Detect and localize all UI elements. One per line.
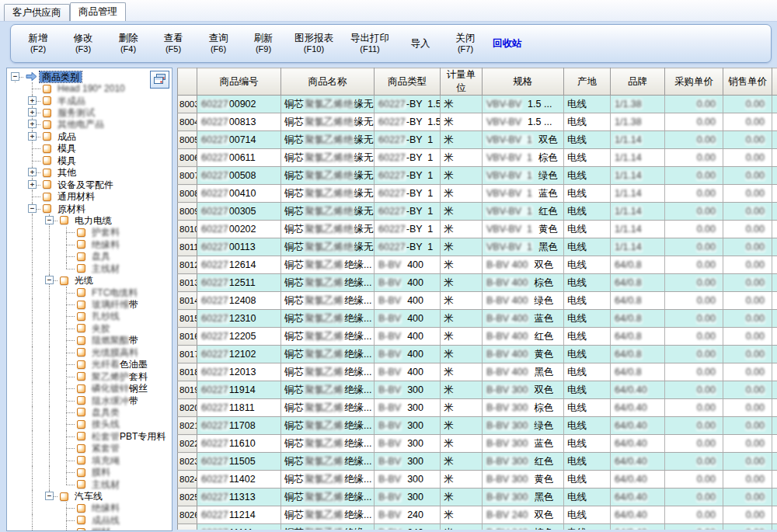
query-button[interactable]: 查询(F6) xyxy=(196,31,241,56)
table-row[interactable]: 80156022712310铜芯聚氯乙烯绝缘...B-BV 400米B-BV 4… xyxy=(178,310,777,328)
tree-node[interactable]: −电力电缆 xyxy=(7,214,172,226)
tree-expander-plus[interactable]: + xyxy=(28,108,37,116)
tree-node[interactable]: +成品 xyxy=(7,130,172,142)
tree-expander-minus[interactable]: − xyxy=(11,72,19,81)
tree-node[interactable]: 成品线 xyxy=(7,514,172,526)
table-row[interactable]: 80146022712408铜芯聚氯乙烯绝缘...B-BV 400米B-BV 4… xyxy=(178,292,777,310)
column-header-unit[interactable]: 计量单位 xyxy=(441,68,483,96)
table-row[interactable]: 80136022712511铜芯聚氯乙烯绝缘...B-BV 400米B-BV 4… xyxy=(178,274,777,292)
table-row[interactable]: 80246022711402铜芯聚氯乙烯绝缘...B-BV 300米B-BV 3… xyxy=(178,471,777,489)
tree-node[interactable]: 主线材 xyxy=(7,478,172,490)
tree-expander-plus[interactable]: + xyxy=(28,120,37,128)
column-header-name[interactable]: 商品名称 xyxy=(281,68,375,96)
tree-node[interactable]: 阻燃聚酯带 xyxy=(7,335,172,346)
tree-node[interactable]: 盘具类 xyxy=(7,406,172,418)
tree-node[interactable]: 铜材 xyxy=(7,527,172,531)
tree-node[interactable]: 护套料 xyxy=(7,227,172,238)
tree-node[interactable]: 绝缘料 xyxy=(7,502,172,514)
delete-button[interactable]: 删除(F4) xyxy=(106,31,151,56)
table-row[interactable]: 80086022700410铜芯聚氯乙烯绝缘无...60227-BY 1米VBV… xyxy=(178,185,777,203)
table-row[interactable]: 80066022700611铜芯聚氯乙烯绝缘无...60227-BY 1米VBV… xyxy=(178,149,777,167)
tree-node[interactable]: +服务测试 xyxy=(7,106,172,118)
tree-node[interactable]: +设备及零配件 xyxy=(7,179,172,190)
cell-filler xyxy=(772,274,777,292)
tree-node[interactable]: 松套管PBT专用料 xyxy=(7,430,172,442)
tree-node[interactable]: 模具 xyxy=(7,143,172,155)
tree-expander-minus[interactable]: − xyxy=(28,204,37,213)
chart-report-button[interactable]: 图形报表(F10) xyxy=(286,31,342,56)
tree-node[interactable]: 玻璃纤维带 xyxy=(7,298,172,310)
table-row[interactable]: 80196022711914铜芯聚氯乙烯绝缘...B-BV 300米B-BV 3… xyxy=(178,381,777,399)
close-button[interactable]: 关闭(F7) xyxy=(443,31,488,56)
tree-node[interactable]: 紧套管 xyxy=(7,443,172,454)
tree-guide xyxy=(7,346,24,358)
table-row[interactable]: 80106022700202铜芯聚氯乙烯绝缘无...60227-BY 1米VBV… xyxy=(178,221,777,238)
table-row[interactable]: 80186022712013铜芯聚氯乙烯绝缘...B-BV 400米B-BV 4… xyxy=(178,363,777,381)
tab-product-management[interactable]: 商品管理 xyxy=(70,2,126,21)
tree-node[interactable]: +半成品 xyxy=(7,95,172,106)
tree-node[interactable]: 模具 xyxy=(7,155,172,166)
collapse-tree-button[interactable] xyxy=(150,71,169,89)
modify-button[interactable]: 修改(F3) xyxy=(61,31,106,56)
tree-node[interactable]: 膜料 xyxy=(7,466,172,478)
recycle-bin-button[interactable]: 回收站 xyxy=(493,37,522,50)
tree-node[interactable]: 光缆膜高料 xyxy=(7,346,172,358)
tree-expander-minus[interactable]: − xyxy=(45,276,54,284)
tree-node[interactable]: 光纤着色油墨 xyxy=(7,359,172,370)
table-row[interactable]: 80236022711505铜芯聚氯乙烯绝缘...B-BV 300米B-BV 3… xyxy=(178,453,777,471)
table-row[interactable]: 80226022711610铜芯聚氯乙烯绝缘...B-BV 300米B-BV 3… xyxy=(178,435,777,453)
table-row[interactable]: 80256022711313铜芯聚氯乙烯绝缘...B-BV 300米B-BV 3… xyxy=(178,489,777,506)
tree-node[interactable]: 盘具 xyxy=(7,251,172,263)
tree-node[interactable]: 夹胶 xyxy=(7,322,172,334)
tree-node[interactable]: 磷化镀锌钢丝 xyxy=(7,382,172,394)
refresh-button[interactable]: 刷新(F9) xyxy=(241,31,286,56)
table-row[interactable]: 80266022711214铜芯聚氯乙烯绝缘...B-BV 240米B-BV 2… xyxy=(178,506,777,524)
tree-node[interactable]: −光缆 xyxy=(7,274,172,286)
table-row[interactable]: 80166022712205铜芯聚氯乙烯绝缘...B-BV 400米B-BV 4… xyxy=(178,328,777,346)
table-row[interactable]: 80076022700508铜芯聚氯乙烯绝缘无...60227-BY 1米VBV… xyxy=(178,167,777,185)
column-header-brand[interactable]: 品牌 xyxy=(611,68,665,96)
table-row[interactable]: 80276022711111铜芯聚氯乙烯绝缘...B-BV 240米B-BV 2… xyxy=(178,524,777,530)
tree-expander-plus[interactable]: + xyxy=(28,132,37,141)
table-row[interactable]: 80096022700305铜芯聚氯乙烯绝缘无...60227-BY 1米VBV… xyxy=(178,203,777,221)
column-header-sell[interactable]: 销售单价 xyxy=(723,68,772,96)
tree-expander-plus[interactable]: + xyxy=(28,180,37,189)
tree-node[interactable]: 扎纱线 xyxy=(7,311,172,322)
tree-node[interactable]: 接头线 xyxy=(7,419,172,430)
table-row[interactable]: 80216022711708铜芯聚氯乙烯绝缘...B-BV 300米B-BV 3… xyxy=(178,417,777,435)
table-row[interactable]: 80046022700813铜芯聚氯乙烯绝缘无...60227-BY 1.5米V… xyxy=(178,113,777,131)
tree-expander-plus[interactable]: + xyxy=(28,96,37,105)
tree-node[interactable]: 通用材料 xyxy=(7,190,172,202)
tab-customer-supplier[interactable]: 客户供应商 xyxy=(4,4,70,21)
table-row[interactable]: 80176022712102铜芯聚氯乙烯绝缘...B-BV 400米B-BV 4… xyxy=(178,346,777,363)
column-header-type[interactable]: 商品类型 xyxy=(375,68,441,96)
tree-node[interactable]: −原材料 xyxy=(7,203,172,214)
column-header-spec[interactable]: 规格 xyxy=(483,68,564,96)
column-header-origin[interactable]: 产地 xyxy=(564,68,611,96)
tree-node[interactable]: FTC电缆料 xyxy=(7,287,172,298)
tree-node[interactable]: 主线材 xyxy=(7,263,172,274)
tree-expander-minus[interactable]: − xyxy=(45,492,54,500)
tree-node[interactable]: 绝缘料 xyxy=(7,238,172,250)
column-header-code[interactable]: 商品编号 xyxy=(197,68,281,96)
table-row[interactable]: 80036022700902铜芯聚氯乙烯绝缘无...60227-BY 1.5米V… xyxy=(178,96,777,113)
export-print-button[interactable]: 导出打印(F11) xyxy=(342,31,398,56)
tree-node[interactable]: 阻水缓冲带 xyxy=(7,395,172,406)
table-row[interactable]: 80206022711811铜芯聚氯乙烯绝缘...B-BV 300米B-BV 3… xyxy=(178,399,777,417)
tree-expander-minus[interactable]: − xyxy=(45,216,54,224)
table-row[interactable]: 80126022712614铜芯聚氯乙烯绝缘...B-BV 400米B-BV 4… xyxy=(178,256,777,274)
tree-node[interactable]: +其他电产品 xyxy=(7,119,172,130)
tree-node[interactable]: +其他 xyxy=(7,167,172,179)
view-button[interactable]: 查看(F5) xyxy=(151,31,196,56)
new-button[interactable]: 新增(F2) xyxy=(16,31,61,56)
tree-node[interactable]: 聚乙烯护套料 xyxy=(7,370,172,382)
import-button[interactable]: 导入 xyxy=(398,37,443,51)
tree-node[interactable]: Head 190* 2010 xyxy=(7,82,172,94)
column-header-buy[interactable]: 采购单价 xyxy=(665,68,723,96)
tree-node[interactable]: −汽车线 xyxy=(7,490,172,502)
table-row[interactable]: 80116022700113铜芯聚氯乙烯绝缘无...60227-BY 1米VBV… xyxy=(178,238,777,256)
tree-node[interactable]: −商品类别 xyxy=(7,71,172,82)
tree-expander-plus[interactable]: + xyxy=(28,168,37,176)
table-row[interactable]: 80056022700714铜芯聚氯乙烯绝缘无...60227-BY 1米VBV… xyxy=(178,131,777,149)
tree-node[interactable]: 填充绳 xyxy=(7,454,172,466)
